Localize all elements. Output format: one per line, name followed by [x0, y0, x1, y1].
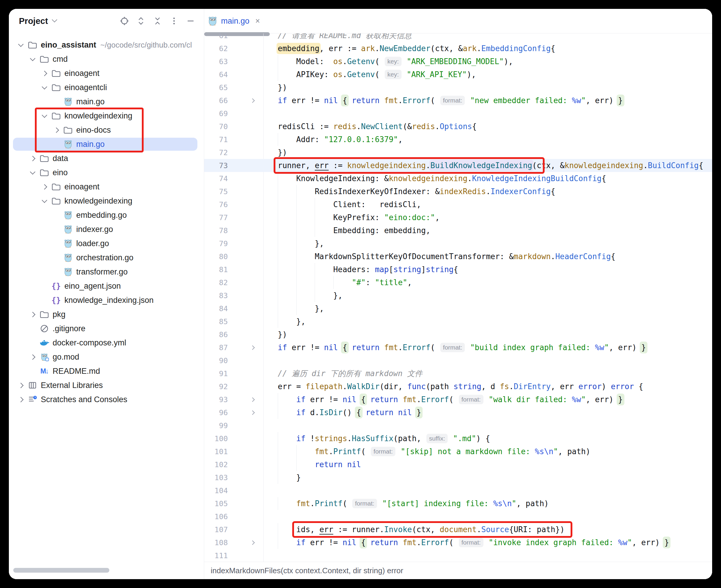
tree-item-eino-assistant[interactable]: eino_assistant~/gocode/src/github.com/cl: [9, 38, 204, 52]
line-number[interactable]: 81: [204, 265, 228, 274]
chevron-expanded-icon[interactable]: [38, 114, 50, 118]
code-line-99[interactable]: 99: [204, 419, 712, 432]
code-line-111[interactable]: 111: [204, 549, 712, 562]
fold-icon[interactable]: [248, 99, 257, 102]
code-line-80[interactable]: 80MarkdownSplitterKeyOfDocumentTransform…: [204, 250, 712, 263]
code-line-77[interactable]: 77KeyPrefix: "eino:doc:",: [204, 211, 712, 224]
tree-item-transformer.go[interactable]: transformer.go: [9, 265, 204, 279]
line-number[interactable]: 69: [204, 109, 228, 118]
line-number[interactable]: 61: [204, 34, 228, 40]
tree-item-orchestration.go[interactable]: orchestration.go: [9, 251, 204, 265]
tree-item-knowledgeindexing[interactable]: knowledgeindexing: [9, 194, 204, 208]
tree-item-einoagentcli[interactable]: einoagentcli: [9, 80, 204, 94]
line-number[interactable]: 71: [204, 135, 228, 144]
tree-item-pkg[interactable]: pkg: [9, 307, 204, 321]
line-number[interactable]: 77: [204, 213, 228, 222]
tree-item-einoagent[interactable]: einoagent: [9, 66, 204, 80]
line-number[interactable]: 75: [204, 187, 228, 196]
line-number[interactable]: 73: [204, 161, 228, 170]
line-number[interactable]: 102: [204, 460, 228, 469]
tree-item-readme.md[interactable]: M↓README.md: [9, 364, 204, 378]
chevron-expanded-icon[interactable]: [38, 199, 50, 203]
tree-item-eino-agent.json[interactable]: {}eino_agent.json: [9, 279, 204, 293]
code-line-73[interactable]: 73runner, err := knowledgeindexing.Build…: [204, 159, 712, 172]
code-line-74[interactable]: 74KnowledgeIndexing: &knowledgeindexing.…: [204, 172, 712, 185]
line-number[interactable]: 96: [204, 408, 228, 417]
chevron-collapsed-icon[interactable]: [50, 128, 62, 132]
code-line-69[interactable]: 69: [204, 107, 712, 120]
code-line-75[interactable]: 75RedisIndexerKeyOfIndexer: &indexRedis.…: [204, 185, 712, 198]
code-line-105[interactable]: 105fmt.Printf( format: "[start] indexing…: [204, 497, 712, 510]
code-line-66[interactable]: 66if err != nil { return fmt.Errorf( for…: [204, 94, 712, 107]
chevron-collapsed-icon[interactable]: [15, 398, 27, 402]
tab-main-go[interactable]: main.go ×: [208, 9, 260, 33]
tree-item-cmd[interactable]: cmd: [9, 52, 204, 66]
fold-icon[interactable]: [248, 346, 257, 349]
fold-icon[interactable]: [248, 541, 257, 544]
line-number[interactable]: 100: [204, 434, 228, 443]
breadcrumb[interactable]: indexMarkdownFiles(ctx context.Context, …: [211, 566, 403, 575]
chevron-expanded-icon[interactable]: [15, 43, 27, 47]
line-number[interactable]: 74: [204, 174, 228, 183]
line-number[interactable]: 87: [204, 343, 228, 352]
chevron-collapsed-icon[interactable]: [27, 355, 38, 359]
line-number[interactable]: 90: [204, 356, 228, 365]
chevron-collapsed-icon[interactable]: [27, 156, 38, 161]
tree-item-loader.go[interactable]: loader.go: [9, 236, 204, 251]
line-number[interactable]: 82: [204, 278, 228, 287]
code-line-63[interactable]: 63Model: os.Getenv( key: "ARK_EMBEDDING_…: [204, 55, 712, 68]
code-line-85[interactable]: 85},: [204, 315, 712, 328]
code-line-107[interactable]: 107ids, err := runner.Invoke(ctx, docume…: [204, 523, 712, 536]
code-line-64[interactable]: 64APIKey: os.Getenv( key: "ARK_API_KEY")…: [204, 68, 712, 81]
line-number[interactable]: 108: [204, 538, 228, 547]
line-number[interactable]: 101: [204, 447, 228, 456]
tree-item-data[interactable]: data: [9, 151, 204, 166]
line-number[interactable]: 106: [204, 512, 228, 521]
code-line-90[interactable]: 90: [204, 354, 712, 367]
line-number[interactable]: 85: [204, 317, 228, 326]
code-line-103[interactable]: 103}: [204, 471, 712, 484]
collapse-all-icon[interactable]: [152, 16, 163, 26]
line-number[interactable]: 91: [204, 369, 228, 378]
code-line-65[interactable]: 65}): [204, 81, 712, 94]
line-number[interactable]: 64: [204, 70, 228, 79]
line-number[interactable]: 62: [204, 44, 228, 53]
code-line-70[interactable]: 70redisCli := redis.NewClient(&redis.Opt…: [204, 120, 712, 133]
tree-item-eino[interactable]: eino: [9, 166, 204, 180]
line-number[interactable]: 107: [204, 525, 228, 534]
code-line-61[interactable]: 61// 请查看 README.md 获取相关信息: [204, 34, 712, 42]
line-number[interactable]: 80: [204, 252, 228, 261]
line-number[interactable]: 84: [204, 304, 228, 313]
tree-item-main.go[interactable]: main.go: [9, 94, 204, 109]
line-number[interactable]: 93: [204, 395, 228, 404]
fold-icon[interactable]: [248, 411, 257, 414]
code-line-96[interactable]: 96if d.IsDir() { return nil }: [204, 406, 712, 419]
line-number[interactable]: 104: [204, 486, 228, 495]
code-line-83[interactable]: 83},: [204, 289, 712, 302]
code-line-101[interactable]: 101fmt.Printf( format: "[skip] not a mar…: [204, 445, 712, 458]
code-line-92[interactable]: 92err = filepath.WalkDir(dir, func(path …: [204, 380, 712, 393]
code-line-79[interactable]: 79},: [204, 237, 712, 250]
code-line-72[interactable]: 72}): [204, 146, 712, 159]
line-number[interactable]: 105: [204, 499, 228, 508]
line-number[interactable]: 79: [204, 239, 228, 248]
line-number[interactable]: 99: [204, 421, 228, 430]
line-number[interactable]: 66: [204, 96, 228, 105]
more-options-icon[interactable]: [169, 16, 179, 26]
code-line-62[interactable]: 62embedding, err := ark.NewEmbedder(ctx,…: [204, 42, 712, 55]
line-number[interactable]: 65: [204, 83, 228, 92]
code-line-76[interactable]: 76Client: redisCli,: [204, 198, 712, 211]
tree-item-eino-docs[interactable]: eino-docs: [9, 123, 204, 137]
chevron-expanded-icon[interactable]: [27, 57, 38, 61]
code-line-84[interactable]: 84},: [204, 302, 712, 315]
line-number[interactable]: 92: [204, 382, 228, 391]
locate-file-icon[interactable]: [120, 16, 129, 26]
tree-item-.gitignore[interactable]: .gitignore: [9, 321, 204, 336]
tree-item-embedding.go[interactable]: embedding.go: [9, 208, 204, 222]
code-viewport[interactable]: 61// 请查看 README.md 获取相关信息62embedding, er…: [204, 34, 712, 562]
code-line-87[interactable]: 87if err != nil { return fmt.Errorf( for…: [204, 341, 712, 354]
chevron-collapsed-icon[interactable]: [38, 185, 50, 189]
line-number[interactable]: 70: [204, 122, 228, 131]
code-line-102[interactable]: 102return nil: [204, 458, 712, 471]
line-number[interactable]: 63: [204, 57, 228, 66]
